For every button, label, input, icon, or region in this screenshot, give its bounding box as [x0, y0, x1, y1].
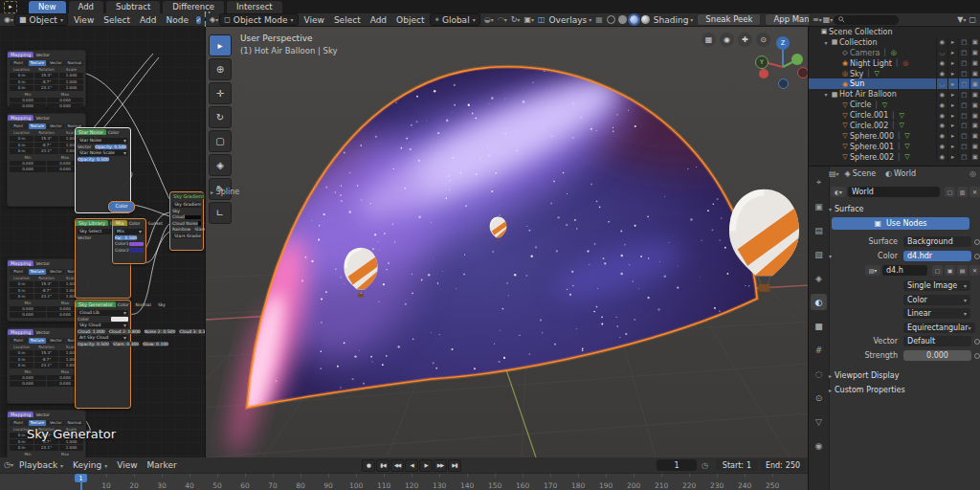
decorator-dot[interactable] [974, 239, 980, 245]
selectable-icon[interactable]: ▸ [947, 142, 959, 152]
mode-dropdown[interactable]: ◻Object Mode▾ [219, 13, 298, 26]
selectable-icon[interactable]: ▸ [947, 152, 959, 163]
unlink-world-button[interactable]: ✕ [969, 187, 980, 197]
render-visibility-icon[interactable]: ▣ [969, 37, 980, 48]
transport-next-keyframe-button[interactable]: ▶▶ [434, 459, 447, 472]
viewport-display-section[interactable]: ▸Viewport Display [829, 371, 980, 380]
pan-hand-icon[interactable]: ✚ [738, 33, 752, 47]
topbar-tab-intersect[interactable]: Intersect [227, 1, 282, 13]
transform-tool[interactable]: ◈ [209, 154, 232, 176]
shading-wireframe-icon[interactable] [607, 15, 615, 24]
properties-tab-material[interactable]: ◉ [811, 437, 827, 454]
sky-dome[interactable] [206, 40, 809, 457]
decorator-dot[interactable] [974, 353, 980, 359]
world-name-field[interactable]: World [848, 187, 940, 197]
outliner-row-sun[interactable]: ◉Sun◡▸□▣ [809, 78, 980, 89]
outliner-row-sky[interactable]: ◎Sky│▽◉▸□▣ [809, 69, 980, 79]
gizmo-y-axis[interactable] [791, 54, 803, 65]
properties-tab-world[interactable]: ◐ [811, 294, 827, 310]
shading-dropdown[interactable]: Shading▾ [654, 15, 694, 25]
selectable-icon[interactable]: ▸ [947, 121, 959, 131]
grid-view-icon[interactable]: ▦ [702, 33, 716, 47]
xray-toggle-icon[interactable]: ▦ [595, 16, 603, 24]
viewport-visibility-icon[interactable]: □ [958, 142, 969, 152]
move-tool[interactable]: ✛ [209, 82, 232, 104]
render-visibility-icon[interactable]: ▣ [969, 58, 980, 69]
viewport-visibility-icon[interactable]: □ [958, 131, 969, 142]
properties-tab-modifiers[interactable]: # [811, 342, 827, 358]
outliner-collection-icon[interactable]: ▦▾ [823, 16, 834, 24]
node-editor-menu-select[interactable]: Select [99, 13, 135, 27]
filter-funnel-icon[interactable]: ▼▾ [957, 16, 966, 24]
shading-rendered-icon[interactable] [641, 15, 650, 24]
decorator-dot[interactable] [974, 339, 980, 345]
hide-icon[interactable]: ◉ [936, 58, 947, 69]
viewport-visibility-icon[interactable]: □ [958, 121, 969, 131]
outliner-display-mode-icon[interactable]: ≡▾ [813, 16, 822, 24]
sneak-peek-button[interactable]: Sneak Peek [697, 13, 761, 26]
hide-icon[interactable]: ◉ [936, 121, 947, 131]
node-editor-menu-add[interactable]: Add [135, 13, 161, 27]
decorator-dot[interactable] [974, 254, 980, 259]
selectable-icon[interactable]: ▸ [947, 89, 959, 100]
topbar-tab-new[interactable]: New [29, 1, 66, 13]
shader-node-editor[interactable]: MappingVectorPointTextureVectorNormalLoc… [0, 27, 206, 457]
selectable-icon[interactable]: ▸ [947, 78, 959, 89]
viewport-menu-object[interactable]: Object [391, 13, 429, 27]
selectable-icon[interactable]: ▸ [947, 48, 959, 58]
outliner-options-icon[interactable]: ▢ [969, 16, 976, 24]
node-map1[interactable]: MappingVectorPointTextureVectorNormalLoc… [7, 50, 86, 107]
camera-view-icon[interactable]: ◉ [720, 33, 734, 47]
transport-jump-to-start-button[interactable]: ▮◀ [376, 459, 390, 472]
strength-slider[interactable]: 0.000 [903, 350, 971, 361]
viewport-visibility-icon[interactable]: □ [958, 89, 969, 100]
transport-play-reverse-button[interactable]: ◀ [405, 459, 418, 472]
render-visibility-icon[interactable]: ▣ [969, 110, 980, 121]
outliner-row-hot-air-balloon[interactable]: ▾▦Hot Air Balloon◉▸□▣ [809, 89, 980, 100]
properties-tab-view-layer[interactable]: ▧ [811, 246, 827, 262]
hide-icon[interactable]: ◉ [936, 142, 947, 152]
image-setting-dropdown-equirectangular[interactable]: Equirectangular▾ [903, 323, 975, 333]
overlays-toggle-icon[interactable]: ◫ [538, 16, 546, 24]
end-frame-field[interactable]: End:250 [761, 459, 805, 471]
render-visibility-icon[interactable]: ▣ [969, 48, 980, 58]
measure-tool[interactable]: ∟ [209, 202, 232, 224]
outliner-row-sphere-002[interactable]: ▽Sphere.002│▽◉▸□▣ [809, 152, 980, 163]
use-nodes-button[interactable]: ▣ Use Nodes [832, 217, 969, 230]
new-image-button[interactable]: ▢ [932, 265, 943, 276]
vector-dropdown[interactable]: Default [903, 336, 971, 346]
outliner-row-collection[interactable]: ▾▦Collection◉▸□▣ [809, 37, 980, 48]
properties-tab-object-data[interactable]: ▽ [811, 413, 827, 430]
selectable-icon[interactable]: ▸ [947, 69, 959, 79]
timeline-menu-keying[interactable]: Keying ▾ [68, 458, 112, 473]
unpack-image-button[interactable]: ▤ [957, 265, 968, 276]
outliner-row-sphere-000[interactable]: ▽Sphere.000│▽◉▸□▣ [809, 131, 980, 142]
outliner-row-circle-001[interactable]: ▽Circle.001│▽◉▸□▣ [809, 110, 980, 121]
selectable-icon[interactable]: ▸ [947, 58, 959, 69]
hide-icon[interactable]: ◉ [936, 152, 947, 163]
selectable-icon[interactable]: ▸ [947, 100, 959, 110]
node-pill[interactable]: Color [108, 201, 135, 212]
image-setting-dropdown-single-image[interactable]: Single Image▾ [903, 280, 970, 291]
scale-tool[interactable]: ▢ [209, 130, 232, 152]
selectable-icon[interactable]: ▸ [947, 37, 959, 48]
gizmo-y-neg-axis[interactable]: Y [755, 56, 768, 69]
properties-tab-particles[interactable]: ◌ [811, 366, 827, 382]
image-setting-dropdown-linear[interactable]: Linear▾ [903, 308, 970, 319]
render-visibility-icon[interactable]: ▣ [969, 131, 980, 142]
viewport-visibility-icon[interactable]: □ [958, 100, 969, 110]
hide-icon[interactable]: ◉ [936, 131, 947, 142]
select-box-tool[interactable]: ▸ [209, 34, 232, 56]
snap-magnet-icon[interactable]: ◒▾ [484, 16, 494, 24]
world-browse-icon[interactable]: ◐▾ [831, 187, 846, 197]
outliner-row-circle[interactable]: ▽Circle│▽◉▸□▣ [809, 100, 980, 110]
properties-tab-output[interactable]: ▤ [811, 222, 827, 238]
timeline-menu-view[interactable]: View [112, 458, 142, 473]
topbar-tab-subtract[interactable]: Subtract [106, 1, 160, 13]
surface-shader-dropdown[interactable]: Background [903, 236, 971, 247]
viewport-menu-view[interactable]: View [300, 13, 329, 27]
new-world-button[interactable]: ▢ [945, 187, 955, 197]
shader-type-dropdown[interactable]: ■Object▾ [14, 13, 68, 26]
surface-section-header[interactable]: ▾Surface [829, 205, 980, 213]
gizmos-dropdown-icon[interactable]: ↻▾ [511, 16, 521, 24]
